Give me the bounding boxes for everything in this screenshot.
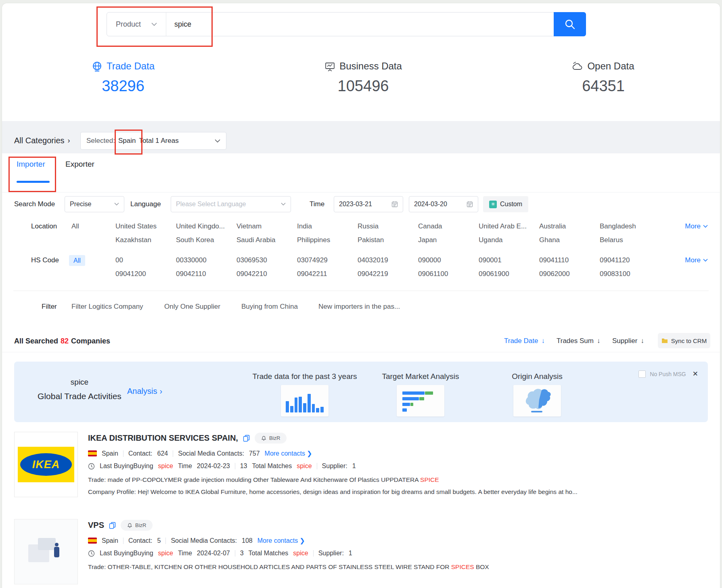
location-item[interactable]: Vietnam (236, 222, 297, 230)
copy-icon[interactable] (109, 522, 116, 529)
location-item[interactable]: Bangladesh (600, 222, 660, 230)
all-categories-link[interactable]: All Categories › (14, 132, 70, 149)
hscode-item[interactable]: 09041110 (539, 256, 600, 264)
banner-subtitle: Global Trade Activities (38, 391, 121, 401)
trade-chart-thumbnail[interactable] (281, 385, 329, 416)
bizr-icon (127, 523, 132, 528)
location-item[interactable]: Pakistan (358, 236, 418, 244)
location-more-link[interactable]: More (685, 220, 708, 233)
selected-areas-dropdown[interactable]: Selected: Spain Total 1 Areas (80, 132, 226, 150)
tab-importer[interactable]: Importer (17, 160, 45, 169)
location-all[interactable]: All (71, 220, 79, 233)
location-item[interactable]: Uganda (479, 236, 539, 244)
location-block: Location All United States United Kingdo… (2, 220, 720, 247)
location-item[interactable]: Kazakhstan (115, 236, 176, 244)
hscode-item[interactable]: 09041200 (115, 270, 176, 278)
hscode-item[interactable]: 090000 (418, 256, 479, 264)
custom-label: Custom (500, 201, 522, 208)
hscode-item[interactable]: 09042210 (236, 270, 297, 278)
hscode-item[interactable]: 09083100 (600, 270, 660, 278)
filter-option-logistics[interactable]: Filter Logitics Company (71, 295, 143, 318)
copy-icon[interactable] (243, 435, 250, 442)
market-chart-thumbnail[interactable] (397, 385, 444, 416)
location-item[interactable]: South Korea (176, 236, 236, 244)
sort-trades-sum[interactable]: Trades Sum↓ (557, 333, 600, 349)
total-matches-label: Total Matches (249, 550, 289, 557)
filter-option-one-supplier[interactable]: Only One Supplier (164, 295, 220, 318)
contact-label: Contact: (128, 537, 153, 544)
ikea-logo-text: IKEA (32, 458, 60, 471)
trade-keyword: SPICES (451, 563, 474, 570)
no-push-label: No Push MSG (650, 371, 686, 377)
more-contacts-label: More contacts (265, 450, 305, 457)
hscode-item[interactable]: 00330000 (176, 256, 236, 264)
stat-label: Trade Data (107, 61, 155, 72)
location-item[interactable]: Japan (418, 236, 479, 244)
location-item[interactable]: Australia (539, 222, 600, 230)
location-item[interactable]: Belarus (600, 236, 660, 244)
app-frame: Product Trade Data 38296 Business Data 1… (2, 3, 720, 588)
hscode-item[interactable]: 09061900 (479, 270, 539, 278)
hscode-item[interactable]: 09042219 (358, 270, 418, 278)
stat-open-data[interactable]: Open Data 64351 (551, 61, 656, 95)
hscode-item[interactable]: 03069530 (236, 256, 297, 264)
search-mode-select[interactable]: Precise (65, 196, 124, 212)
company-name[interactable]: IKEA DISTRIBUTION SERVICES SPAIN, (88, 433, 238, 443)
mini-hbar-chart (402, 391, 440, 412)
location-item[interactable]: Philippines (297, 236, 358, 244)
bizr-badge: BizR (255, 433, 287, 444)
sort-supplier[interactable]: Supplier↓ (612, 333, 644, 349)
location-item[interactable]: India (297, 222, 358, 230)
hscode-more-link[interactable]: More (685, 253, 708, 267)
contact-label: Contact: (128, 450, 153, 457)
company-card-ikea: IKEA IKEA DISTRIBUTION SERVICES SPAIN, B… (14, 432, 708, 500)
hscode-item[interactable]: 09061100 (418, 270, 479, 278)
date-from-input[interactable]: 2023-03-21 (334, 196, 403, 212)
sync-to-crm-button[interactable]: Sync to CRM (658, 333, 710, 348)
location-item[interactable]: Russia (358, 222, 418, 230)
hscode-item[interactable]: 09042110 (176, 270, 236, 278)
tab-exporter[interactable]: Exporter (65, 160, 94, 169)
location-item[interactable]: Saudi Arabia (236, 236, 297, 244)
social-count: 108 (242, 537, 253, 544)
filter-option-buying-china[interactable]: Buying from China (241, 295, 298, 318)
origin-map-thumbnail[interactable] (513, 385, 561, 416)
hscode-item[interactable]: 04032019 (358, 256, 418, 264)
more-contacts-link[interactable]: More contacts ❯ (257, 537, 305, 544)
sort-trade-date[interactable]: Trade Date↓ (504, 333, 545, 349)
language-select[interactable]: Please Select Language (171, 196, 291, 212)
location-item[interactable]: Canada (418, 222, 479, 230)
analysis-link[interactable]: Analysis › (127, 387, 162, 396)
stat-business-data[interactable]: Business Data 105496 (311, 61, 416, 95)
company-name[interactable]: VPS (88, 521, 104, 530)
stat-value: 105496 (311, 77, 416, 95)
location-item[interactable]: Ghana (539, 236, 600, 244)
search-category-label: Product (116, 20, 141, 29)
hscode-item[interactable]: 00 (115, 256, 176, 264)
matches-count: 13 (240, 462, 247, 470)
hscode-item[interactable]: 09042211 (297, 270, 358, 278)
hscode-item[interactable]: 03074929 (297, 256, 358, 264)
hscode-item[interactable]: 09062000 (539, 270, 600, 278)
hscode-all[interactable]: All (69, 255, 85, 266)
close-icon[interactable]: ✕ (693, 370, 698, 378)
location-item[interactable]: United States (115, 222, 176, 230)
location-item[interactable]: United Kingdo... (176, 222, 236, 230)
more-contacts-link[interactable]: More contacts ❯ (265, 450, 312, 457)
no-push-checkbox[interactable] (638, 370, 646, 378)
time-label: Time (310, 195, 324, 213)
more-label: More (685, 222, 701, 230)
stat-trade-data[interactable]: Trade Data 38296 (71, 61, 176, 95)
custom-time-button[interactable]: ✳ Custom (483, 196, 528, 212)
stat-label: Business Data (339, 61, 402, 72)
filter-option-new-importers[interactable]: New importers in the pas... (318, 295, 400, 318)
custom-icon: ✳ (489, 201, 497, 208)
hscode-item[interactable]: 09041120 (600, 256, 660, 264)
hscode-item[interactable]: 090001 (479, 256, 539, 264)
date-to-input[interactable]: 2024-03-20 (409, 196, 478, 212)
location-item[interactable]: United Arab E... (479, 222, 539, 230)
search-category-select[interactable]: Product (107, 13, 166, 36)
search-input[interactable] (166, 13, 554, 36)
search-button[interactable] (554, 12, 586, 36)
chevron-down-icon (703, 225, 708, 228)
